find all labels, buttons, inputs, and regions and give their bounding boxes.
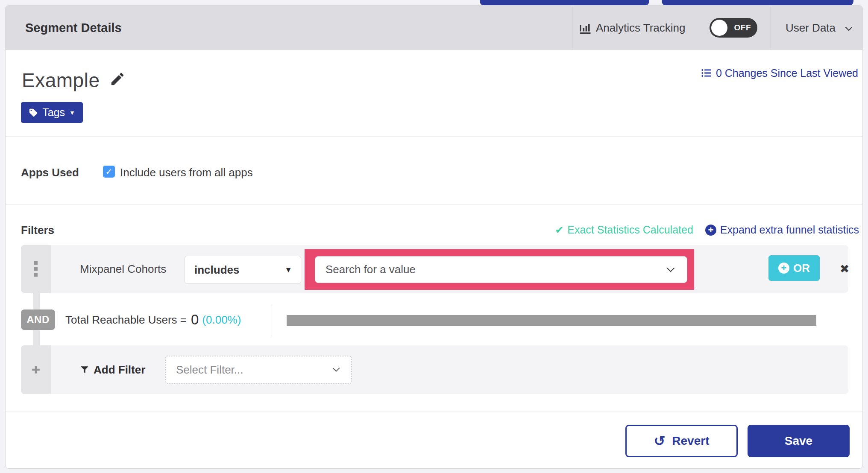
toggle-state-label: OFF [734,18,751,38]
reachable-progress-bar [287,315,816,326]
filters-status-row: ✔ Exact Statistics Calculated + Expand e… [555,224,859,236]
drag-dots-icon [34,261,38,279]
tag-icon [29,108,38,117]
add-filter-handle[interactable] [21,345,51,394]
add-filter-label-group: Add Filter [80,345,145,394]
header-divider [771,6,771,50]
operator-value: includes [194,256,239,283]
tags-button-label: Tags [42,106,65,119]
value-search-placeholder: Search for a value [326,257,416,283]
page-title: Segment Details [25,6,122,50]
tags-button[interactable]: Tags ▼ [21,102,83,123]
caret-down-icon: ▼ [284,256,292,283]
chevron-down-icon [666,265,676,275]
footer-divider [6,412,862,412]
and-label: AND [26,314,50,326]
bar-chart-icon [579,22,592,35]
edit-pencil-icon[interactable] [109,71,126,87]
remove-filter-button[interactable]: ✖ [823,245,863,293]
header-divider [572,6,572,50]
select-filter-dropdown[interactable]: Select Filter... [165,356,352,384]
reachable-label: Total Reachable Users = [65,313,187,327]
section-divider [6,204,862,205]
filter-funnel-icon [80,365,89,374]
include-all-apps-checkbox[interactable]: ✓ [103,166,115,178]
exact-statistics-label: Exact Statistics Calculated [567,224,693,236]
save-button-label: Save [785,434,812,448]
analytics-tracking-toggle[interactable]: OFF [710,18,757,38]
add-or-condition-button[interactable]: + OR [768,255,820,281]
toggle-knob [711,20,727,36]
check-icon: ✔ [555,224,563,236]
plus-circle-icon: + [705,225,716,236]
add-filter-row: Add Filter Select Filter... [21,345,848,394]
close-icon: ✖ [840,263,850,275]
value-search-select[interactable]: Search for a value [315,256,687,283]
list-icon [701,67,712,79]
add-filter-label: Add Filter [94,363,145,377]
apps-used-label: Apps Used [21,166,79,179]
card-header: Segment Details Analytics Tracking OFF U… [6,6,862,50]
select-filter-placeholder: Select Filter... [176,356,243,383]
segment-details-card: Segment Details Analytics Tracking OFF U… [5,5,863,469]
or-button-label: OR [793,262,810,275]
total-reachable-users: Total Reachable Users = 0 (0.00%) [65,309,241,330]
drag-handle[interactable] [21,245,51,293]
changes-since-last-viewed-link[interactable]: 0 Changes Since Last Viewed [701,65,858,81]
operator-select[interactable]: includes ▼ [185,256,301,284]
section-divider [6,136,862,137]
checkbox-check-icon: ✓ [106,166,113,177]
and-connector-badge: AND [21,309,55,330]
segment-name: Example [22,69,100,92]
revert-button[interactable]: ↺ Revert [625,425,738,457]
filter-field-label: Mixpanel Cohorts [80,245,166,293]
chevron-down-icon [844,23,854,34]
filters-heading: Filters [21,224,54,237]
plus-circle-icon: + [778,263,789,274]
revert-button-label: Revert [672,434,709,448]
user-data-label: User Data [786,6,836,50]
revert-icon: ↺ [654,434,666,448]
changes-link-label: 0 Changes Since Last Viewed [716,67,858,79]
expand-funnel-statistics-link[interactable]: Expand extra funnel statistics [720,224,859,236]
reachable-percent: (0.00%) [202,313,241,327]
reachable-value: 0 [191,312,199,328]
stats-divider [272,305,272,338]
highlight-annotation: Search for a value [305,249,694,290]
caret-down-icon: ▼ [69,110,75,116]
filter-row: Mixpanel Cohorts includes ▼ Search for a… [21,245,848,293]
save-button[interactable]: Save [748,425,850,457]
chevron-down-icon [331,365,341,374]
plus-icon [31,365,41,374]
include-all-apps-label: Include users from all apps [120,166,253,179]
analytics-tracking-label: Analytics Tracking [596,6,686,50]
